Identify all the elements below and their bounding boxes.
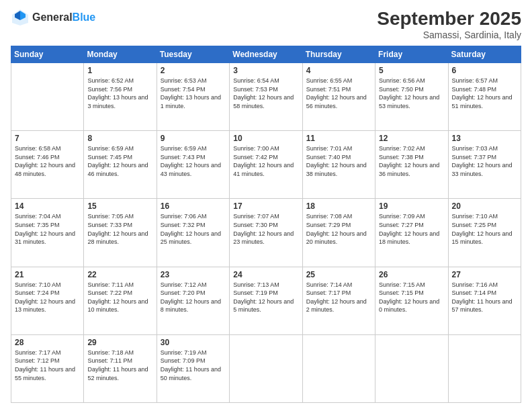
calendar-cell: 11 Sunrise: 7:01 AMSunset: 7:40 PMDaylig… <box>302 131 375 199</box>
day-number: 25 <box>306 270 371 279</box>
cell-details: Sunrise: 7:04 AMSunset: 7:35 PMDaylight:… <box>15 212 80 246</box>
col-saturday: Saturday <box>448 46 521 63</box>
logo-icon <box>11 8 30 27</box>
calendar-cell: 19 Sunrise: 7:09 AMSunset: 7:27 PMDaylig… <box>375 199 448 267</box>
header: GeneralBlue September 2025 Samassi, Sard… <box>11 8 521 40</box>
calendar-cell: 13 Sunrise: 7:03 AMSunset: 7:37 PMDaylig… <box>448 131 521 199</box>
day-number: 17 <box>233 201 298 211</box>
cell-details: Sunrise: 7:13 AMSunset: 7:19 PMDaylight:… <box>233 281 298 314</box>
cell-details: Sunrise: 7:05 AMSunset: 7:33 PMDaylight:… <box>87 212 152 246</box>
calendar-cell: 4 Sunrise: 6:55 AMSunset: 7:51 PMDayligh… <box>302 63 375 131</box>
day-number: 21 <box>15 270 80 279</box>
calendar-cell: 17 Sunrise: 7:07 AMSunset: 7:30 PMDaylig… <box>230 199 302 267</box>
day-number: 20 <box>452 201 517 211</box>
cell-details: Sunrise: 7:02 AMSunset: 7:38 PMDaylight:… <box>379 144 444 178</box>
cell-details: Sunrise: 7:10 AMSunset: 7:24 PMDaylight:… <box>15 281 80 314</box>
cell-details: Sunrise: 6:55 AMSunset: 7:51 PMDaylight:… <box>306 77 371 110</box>
calendar-cell: 14 Sunrise: 7:04 AMSunset: 7:35 PMDaylig… <box>11 199 84 267</box>
logo: GeneralBlue <box>11 8 95 27</box>
col-monday: Monday <box>84 46 157 63</box>
cell-details: Sunrise: 7:14 AMSunset: 7:17 PMDaylight:… <box>306 281 371 314</box>
calendar-cell: 6 Sunrise: 6:57 AMSunset: 7:48 PMDayligh… <box>448 63 521 131</box>
calendar-cell: 7 Sunrise: 6:58 AMSunset: 7:46 PMDayligh… <box>11 131 84 199</box>
calendar-cell: 21 Sunrise: 7:10 AMSunset: 7:24 PMDaylig… <box>11 267 84 334</box>
calendar-cell: 9 Sunrise: 6:59 AMSunset: 7:43 PMDayligh… <box>157 131 229 199</box>
cell-details: Sunrise: 7:01 AMSunset: 7:40 PMDaylight:… <box>306 144 371 178</box>
col-sunday: Sunday <box>11 46 84 63</box>
cell-details: Sunrise: 7:15 AMSunset: 7:15 PMDaylight:… <box>379 281 444 314</box>
cell-details: Sunrise: 6:52 AMSunset: 7:56 PMDaylight:… <box>87 77 152 110</box>
calendar-cell: 29 Sunrise: 7:18 AMSunset: 7:11 PMDaylig… <box>84 334 157 402</box>
day-number: 15 <box>87 201 152 211</box>
calendar-cell: 26 Sunrise: 7:15 AMSunset: 7:15 PMDaylig… <box>375 267 448 334</box>
cell-details: Sunrise: 7:08 AMSunset: 7:29 PMDaylight:… <box>306 212 371 246</box>
calendar-cell: 12 Sunrise: 7:02 AMSunset: 7:38 PMDaylig… <box>375 131 448 199</box>
day-number: 29 <box>87 338 152 347</box>
day-number: 6 <box>452 66 517 75</box>
calendar-week-4: 21 Sunrise: 7:10 AMSunset: 7:24 PMDaylig… <box>11 267 521 334</box>
day-number: 12 <box>379 134 444 143</box>
page: GeneralBlue September 2025 Samassi, Sard… <box>0 0 532 411</box>
cell-details: Sunrise: 7:12 AMSunset: 7:20 PMDaylight:… <box>161 281 226 314</box>
calendar-cell <box>375 334 448 402</box>
cell-details: Sunrise: 7:18 AMSunset: 7:11 PMDaylight:… <box>87 349 152 382</box>
day-number: 24 <box>233 270 298 279</box>
day-number: 19 <box>379 201 444 211</box>
calendar-cell: 23 Sunrise: 7:12 AMSunset: 7:20 PMDaylig… <box>157 267 229 334</box>
day-number: 14 <box>15 201 80 211</box>
cell-details: Sunrise: 7:03 AMSunset: 7:37 PMDaylight:… <box>452 144 517 178</box>
calendar-cell: 18 Sunrise: 7:08 AMSunset: 7:29 PMDaylig… <box>302 199 375 267</box>
month-year: September 2025 <box>377 8 521 30</box>
cell-details: Sunrise: 6:54 AMSunset: 7:53 PMDaylight:… <box>233 77 298 110</box>
calendar-week-5: 28 Sunrise: 7:17 AMSunset: 7:12 PMDaylig… <box>11 334 521 402</box>
cell-details: Sunrise: 6:53 AMSunset: 7:54 PMDaylight:… <box>161 77 226 110</box>
calendar-cell: 25 Sunrise: 7:14 AMSunset: 7:17 PMDaylig… <box>302 267 375 334</box>
day-number: 5 <box>379 66 444 75</box>
day-number: 4 <box>306 66 371 75</box>
calendar-cell: 2 Sunrise: 6:53 AMSunset: 7:54 PMDayligh… <box>157 63 229 131</box>
day-number: 8 <box>87 134 152 143</box>
day-number: 18 <box>306 201 371 211</box>
cell-details: Sunrise: 7:11 AMSunset: 7:22 PMDaylight:… <box>87 281 152 314</box>
col-friday: Friday <box>375 46 448 63</box>
cell-details: Sunrise: 7:10 AMSunset: 7:25 PMDaylight:… <box>452 212 517 246</box>
calendar-header-row: Sunday Monday Tuesday Wednesday Thursday… <box>11 46 521 63</box>
cell-details: Sunrise: 7:19 AMSunset: 7:09 PMDaylight:… <box>161 349 226 382</box>
cell-details: Sunrise: 7:06 AMSunset: 7:32 PMDaylight:… <box>161 212 226 246</box>
day-number: 13 <box>452 134 517 143</box>
day-number: 30 <box>161 338 226 347</box>
day-number: 16 <box>161 201 226 211</box>
day-number: 10 <box>233 134 298 143</box>
calendar-week-1: 1 Sunrise: 6:52 AMSunset: 7:56 PMDayligh… <box>11 63 521 131</box>
cell-details: Sunrise: 7:16 AMSunset: 7:14 PMDaylight:… <box>452 281 517 314</box>
calendar-cell: 1 Sunrise: 6:52 AMSunset: 7:56 PMDayligh… <box>84 63 157 131</box>
day-number: 22 <box>87 270 152 279</box>
day-number: 7 <box>15 134 80 143</box>
cell-details: Sunrise: 6:59 AMSunset: 7:45 PMDaylight:… <box>87 144 152 178</box>
calendar-cell: 22 Sunrise: 7:11 AMSunset: 7:22 PMDaylig… <box>84 267 157 334</box>
calendar-cell: 10 Sunrise: 7:00 AMSunset: 7:42 PMDaylig… <box>230 131 302 199</box>
day-number: 26 <box>379 270 444 279</box>
cell-details: Sunrise: 7:07 AMSunset: 7:30 PMDaylight:… <box>233 212 298 246</box>
calendar-cell <box>302 334 375 402</box>
calendar-cell: 8 Sunrise: 6:59 AMSunset: 7:45 PMDayligh… <box>84 131 157 199</box>
day-number: 3 <box>233 66 298 75</box>
title-block: September 2025 Samassi, Sardinia, Italy <box>377 8 521 40</box>
day-number: 27 <box>452 270 517 279</box>
calendar-cell: 20 Sunrise: 7:10 AMSunset: 7:25 PMDaylig… <box>448 199 521 267</box>
day-number: 9 <box>161 134 226 143</box>
calendar-table: Sunday Monday Tuesday Wednesday Thursday… <box>11 46 521 403</box>
day-number: 11 <box>306 134 371 143</box>
calendar-cell <box>11 63 84 131</box>
cell-details: Sunrise: 6:57 AMSunset: 7:48 PMDaylight:… <box>452 77 517 110</box>
calendar-cell <box>448 334 521 402</box>
calendar-cell: 16 Sunrise: 7:06 AMSunset: 7:32 PMDaylig… <box>157 199 229 267</box>
logo-text: GeneralBlue <box>32 11 95 24</box>
calendar-week-2: 7 Sunrise: 6:58 AMSunset: 7:46 PMDayligh… <box>11 131 521 199</box>
cell-details: Sunrise: 6:58 AMSunset: 7:46 PMDaylight:… <box>15 144 80 178</box>
calendar-cell: 28 Sunrise: 7:17 AMSunset: 7:12 PMDaylig… <box>11 334 84 402</box>
location: Samassi, Sardinia, Italy <box>377 30 521 40</box>
calendar-cell: 24 Sunrise: 7:13 AMSunset: 7:19 PMDaylig… <box>230 267 302 334</box>
day-number: 2 <box>161 66 226 75</box>
day-number: 28 <box>15 338 80 347</box>
